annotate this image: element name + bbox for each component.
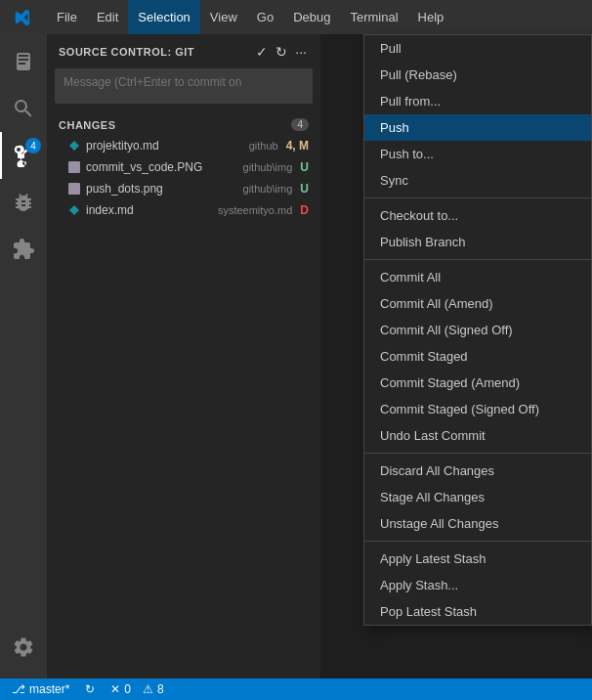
- context-menu: PullPull (Rebase)Pull from...PushPush to…: [363, 34, 592, 626]
- file-meta: systeemityo.md: [218, 204, 292, 216]
- sync-status[interactable]: ↻: [81, 678, 99, 700]
- file-status: D: [300, 203, 309, 217]
- menu-separator: [364, 541, 591, 542]
- menu-file[interactable]: File: [47, 0, 87, 34]
- file-modified-icon: [66, 202, 82, 218]
- status-bar: ⎇ master* ↻ ✕ 0 ⚠ 8: [0, 678, 592, 700]
- file-meta: github\img: [243, 161, 293, 173]
- check-icon[interactable]: ✓: [254, 42, 270, 62]
- menu-item[interactable]: Pull (Rebase): [364, 62, 591, 88]
- file-name: push_dots.png: [86, 182, 239, 196]
- menu-item[interactable]: Unstage All Changes: [364, 510, 591, 537]
- menu-item[interactable]: Push to...: [364, 141, 591, 167]
- menu-item[interactable]: Apply Stash...: [364, 572, 591, 598]
- sync-icon: ↻: [85, 682, 95, 696]
- list-item[interactable]: push_dots.png github\img U: [47, 178, 320, 199]
- menu-selection[interactable]: Selection: [128, 0, 199, 34]
- activity-settings[interactable]: [0, 624, 47, 671]
- changes-title: CHANGES: [59, 119, 116, 131]
- warning-count: 8: [157, 682, 164, 696]
- activity-search[interactable]: [0, 85, 47, 132]
- sidebar-actions: ✓ ↻ ···: [254, 42, 309, 62]
- svg-rect-1: [68, 183, 80, 195]
- sidebar-header: SOURCE CONTROL: GIT ✓ ↻ ···: [47, 34, 320, 68]
- commit-input-area: [55, 68, 313, 107]
- menu-debug[interactable]: Debug: [283, 0, 340, 34]
- menu-item[interactable]: Undo Last Commit: [364, 422, 591, 449]
- error-icon: ✕: [110, 682, 120, 696]
- file-list: projektityo.md github 4, M commit_vs_cod…: [47, 135, 320, 678]
- main-area: 4 SOURCE CONTROL: GIT ✓ ↻ ···: [0, 34, 592, 678]
- warning-icon: ⚠: [143, 682, 153, 696]
- menu-item[interactable]: Commit All (Amend): [364, 290, 591, 317]
- git-badge: 4: [25, 138, 41, 153]
- menu-item[interactable]: Commit All (Signed Off): [364, 317, 591, 343]
- menu-item[interactable]: Pop Latest Stash: [364, 598, 591, 625]
- menu-view[interactable]: View: [200, 0, 247, 34]
- list-item[interactable]: commit_vs_code.PNG github\img U: [47, 156, 320, 178]
- branch-name: master*: [29, 682, 69, 696]
- activity-debug[interactable]: [0, 179, 47, 226]
- menu-item[interactable]: Stage All Changes: [364, 484, 591, 510]
- error-warning-status: ✕ 0 ⚠ 8: [106, 682, 167, 696]
- menu-item[interactable]: Pull from...: [364, 88, 591, 114]
- commit-message-input[interactable]: [55, 68, 313, 104]
- sidebar-title: SOURCE CONTROL: GIT: [59, 46, 194, 58]
- title-bar: File Edit Selection View Go Debug Termin…: [0, 0, 592, 34]
- changes-header[interactable]: CHANGES 4: [47, 114, 320, 135]
- activity-explorer[interactable]: [0, 38, 47, 85]
- more-icon[interactable]: ···: [293, 42, 309, 62]
- changes-count-badge: 4: [291, 118, 309, 131]
- file-status: U: [300, 182, 309, 196]
- menu-item[interactable]: Commit Staged: [364, 343, 591, 370]
- file-meta: github\img: [243, 183, 293, 195]
- warnings-status[interactable]: ⚠ 8: [139, 682, 168, 696]
- svg-rect-0: [68, 161, 80, 173]
- menu-separator: [364, 453, 591, 454]
- list-item[interactable]: index.md systeemityo.md D: [47, 199, 320, 221]
- list-item[interactable]: projektityo.md github 4, M: [47, 135, 320, 156]
- file-name: index.md: [86, 203, 214, 217]
- errors-status[interactable]: ✕ 0: [106, 682, 135, 696]
- error-count: 0: [124, 682, 131, 696]
- activity-bar: 4: [0, 34, 47, 678]
- menu-item[interactable]: Pull: [364, 35, 591, 62]
- menu-item[interactable]: Discard All Changes: [364, 458, 591, 484]
- file-image-icon: [66, 181, 82, 197]
- branch-icon: ⎇: [12, 682, 25, 696]
- menu-edit[interactable]: Edit: [87, 0, 128, 34]
- menu-item[interactable]: Commit Staged (Amend): [364, 370, 591, 396]
- menu-item[interactable]: Commit All: [364, 264, 591, 290]
- file-name: commit_vs_code.PNG: [86, 160, 239, 174]
- menu-item[interactable]: Push: [364, 114, 591, 141]
- file-modified-icon: [66, 138, 82, 153]
- activity-git[interactable]: 4: [0, 132, 47, 179]
- file-status: U: [300, 160, 309, 174]
- menu-help[interactable]: Help: [408, 0, 454, 34]
- menu-go[interactable]: Go: [247, 0, 283, 34]
- menu-separator: [364, 259, 591, 260]
- refresh-icon[interactable]: ↻: [274, 42, 289, 62]
- file-image-icon: [66, 159, 82, 175]
- menu-separator: [364, 197, 591, 198]
- menu-item[interactable]: Apply Latest Stash: [364, 546, 591, 572]
- branch-status[interactable]: ⎇ master*: [8, 678, 73, 700]
- menu-bar: File Edit Selection View Go Debug Termin…: [47, 0, 453, 34]
- menu-item[interactable]: Commit Staged (Signed Off): [364, 396, 591, 422]
- file-meta: github: [249, 140, 278, 152]
- file-status: 4, M: [286, 139, 309, 153]
- menu-terminal[interactable]: Terminal: [340, 0, 407, 34]
- menu-item[interactable]: Publish Branch: [364, 229, 591, 255]
- sidebar: SOURCE CONTROL: GIT ✓ ↻ ··· CHANGES 4 pr…: [47, 34, 320, 678]
- menu-item[interactable]: Sync: [364, 167, 591, 194]
- menu-item[interactable]: Checkout to...: [364, 202, 591, 229]
- file-name: projektityo.md: [86, 139, 245, 153]
- app-logo: [0, 9, 47, 26]
- activity-extensions[interactable]: [0, 226, 47, 273]
